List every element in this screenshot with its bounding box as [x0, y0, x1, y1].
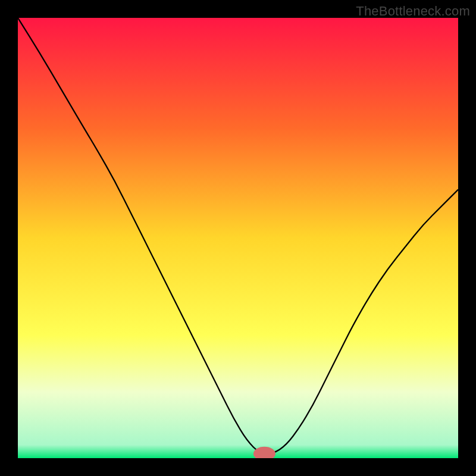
chart-background [18, 18, 458, 458]
plot-area [18, 18, 458, 458]
chart-svg [18, 18, 458, 458]
watermark-text: TheBottleneck.com [356, 4, 470, 19]
chart-frame: TheBottleneck.com [0, 0, 476, 476]
